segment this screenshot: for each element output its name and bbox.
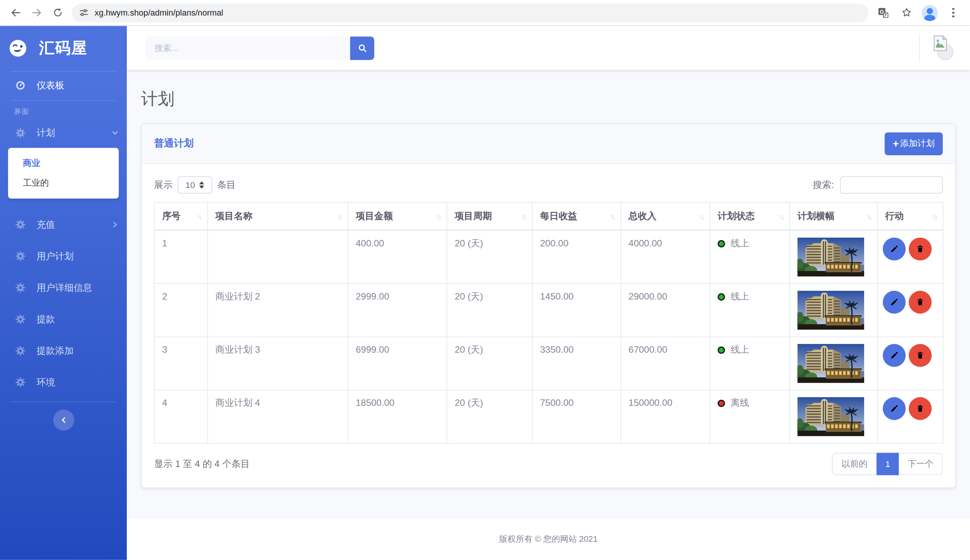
delete-button[interactable] — [909, 238, 932, 260]
cell-total-income: 29000.00 — [621, 283, 710, 337]
sidebar-item-label: 提款 — [37, 313, 55, 325]
sidebar-item-user-plans[interactable]: 用户计划 — [0, 243, 127, 270]
edit-button[interactable] — [883, 397, 905, 420]
pagination-previous-button[interactable]: 以前的 — [832, 453, 877, 475]
sidebar-section-heading: 界面 — [0, 101, 127, 116]
cell-actions — [877, 283, 943, 337]
delete-button[interactable] — [909, 291, 932, 313]
table-footer: 显示 1 至 4 的 4 个条目 以前的 1 下一个 — [154, 453, 943, 475]
browser-back-button[interactable] — [5, 2, 26, 23]
sort-icon[interactable] — [197, 213, 201, 220]
topbar-search-input[interactable] — [145, 36, 350, 60]
sidebar-item-recharge[interactable]: 充值 — [0, 211, 127, 238]
card-header: 普通计划 +添加计划 — [142, 124, 955, 164]
sort-icon[interactable] — [867, 213, 871, 220]
pagination-page-1-button[interactable]: 1 — [877, 453, 898, 475]
sidebar-item-label: 环境 — [37, 377, 55, 388]
cell-status: 线上 — [710, 230, 790, 283]
plan-banner-image — [797, 238, 864, 277]
status-label: 线上 — [730, 238, 749, 248]
column-header-daily-income[interactable]: 每日收益 — [532, 203, 621, 230]
sidebar-item-label: 用户详细信息 — [37, 282, 92, 293]
column-header-status[interactable]: 计划状态 — [710, 203, 790, 230]
column-header-actions[interactable]: 行动 — [877, 203, 943, 230]
sidebar-submenu: 商业 工业的 — [8, 148, 119, 198]
browser-reload-button[interactable] — [47, 2, 68, 23]
cell-period: 20 (天) — [447, 230, 532, 283]
column-header-serial[interactable]: 序号 — [155, 203, 208, 230]
cell-name: 商业计划 3 — [208, 337, 348, 390]
sort-icon[interactable] — [699, 213, 703, 220]
gear-icon — [15, 346, 25, 356]
sort-icon[interactable] — [779, 213, 783, 220]
cell-total-income: 150000.00 — [621, 390, 710, 443]
browser-menu-dots-icon[interactable] — [943, 2, 963, 23]
table-controls: 展示 10 条目 搜索: — [154, 176, 943, 193]
gear-icon — [15, 283, 25, 293]
sidebar-item-plans[interactable]: 计划 — [0, 119, 127, 147]
column-header-banner[interactable]: 计划横幅 — [790, 203, 877, 230]
cell-serial: 3 — [155, 337, 208, 390]
submenu-item-business[interactable]: 商业 — [8, 153, 119, 173]
edit-button[interactable] — [883, 344, 905, 367]
cell-status: 线上 — [710, 337, 790, 390]
plus-icon: + — [893, 138, 898, 149]
sidebar-brand[interactable]: 汇码屋 — [0, 26, 127, 70]
edit-button[interactable] — [883, 238, 905, 260]
sort-icon[interactable] — [337, 213, 341, 220]
column-header-name[interactable]: 项目名称 — [208, 203, 348, 230]
select-spinner-icon — [199, 181, 204, 189]
cell-name — [208, 230, 348, 283]
cell-status: 离线 — [710, 390, 790, 443]
delete-button[interactable] — [909, 397, 932, 420]
bookmark-star-icon[interactable] — [896, 2, 917, 23]
plans-table: 序号 项目名称 项目金额 项目周期 每日收益 总收入 计划状态 计划横幅 行动 — [154, 202, 943, 443]
status-label: 线上 — [730, 344, 749, 355]
cell-banner — [790, 230, 877, 283]
table-search-label: 搜索: — [813, 179, 834, 191]
sort-icon[interactable] — [522, 213, 526, 220]
browser-forward-button[interactable] — [26, 2, 47, 23]
gear-icon — [15, 314, 25, 324]
sort-icon[interactable] — [932, 213, 937, 220]
sort-icon[interactable] — [436, 213, 440, 220]
sidebar-divider — [11, 402, 117, 402]
status-dot — [718, 293, 725, 301]
user-avatar[interactable] — [933, 35, 955, 61]
length-label-prefix: 展示 — [154, 179, 173, 191]
submenu-item-industrial[interactable]: 工业的 — [8, 173, 119, 193]
column-header-amount[interactable]: 项目金额 — [348, 203, 447, 230]
sidebar-item-environment[interactable]: 环境 — [0, 368, 127, 396]
table-header-row: 序号 项目名称 项目金额 项目周期 每日收益 总收入 计划状态 计划横幅 行动 — [155, 203, 943, 230]
cell-daily-income: 7500.00 — [532, 390, 621, 443]
cell-actions — [877, 390, 943, 443]
sidebar-item-user-details[interactable]: 用户详细信息 — [0, 274, 127, 302]
card-body: 展示 10 条目 搜索: — [142, 164, 955, 487]
pagination-next-button[interactable]: 下一个 — [899, 453, 943, 475]
forward-arrow-icon — [31, 7, 43, 18]
column-header-period[interactable]: 项目周期 — [447, 203, 532, 230]
topbar-search-button[interactable] — [350, 36, 374, 60]
page-length-select[interactable]: 10 — [178, 176, 212, 193]
sidebar-item-withdraw[interactable]: 提款 — [0, 306, 127, 333]
sidebar: 汇码屋 仪表板 界面 计划 商业 工业的 充值 — [0, 26, 127, 560]
topbar-right — [919, 26, 955, 70]
table-row: 4 商业计划 4 18500.00 20 (天) 7500.00 150000.… — [155, 390, 943, 443]
site-settings-icon[interactable] — [79, 8, 88, 17]
url-bar[interactable]: xg.hwym.shop/admin/plans/normal — [72, 3, 868, 22]
add-plan-button[interactable]: +添加计划 — [885, 132, 943, 155]
sidebar-item-dashboard[interactable]: 仪表板 — [0, 72, 127, 99]
table-search-input[interactable] — [840, 176, 943, 193]
plan-banner-image — [797, 397, 864, 436]
gear-icon — [15, 251, 25, 261]
edit-button[interactable] — [883, 291, 905, 313]
sort-icon[interactable] — [610, 213, 614, 220]
sidebar-item-label: 充值 — [37, 219, 55, 230]
browser-profile-avatar[interactable] — [919, 2, 940, 23]
delete-button[interactable] — [909, 344, 932, 367]
trash-icon — [916, 404, 925, 413]
translate-icon[interactable]: G — [872, 2, 893, 23]
sidebar-item-withdraw-add[interactable]: 提款添加 — [0, 337, 127, 365]
sidebar-toggle-button[interactable] — [53, 410, 73, 430]
column-header-total-income[interactable]: 总收入 — [621, 203, 710, 230]
